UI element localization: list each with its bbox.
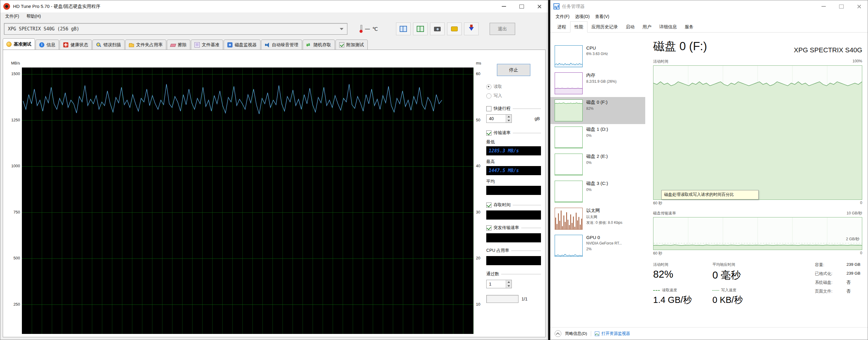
tab-services[interactable]: 服务: [681, 22, 698, 32]
tab-folder-usage[interactable]: 文件夹占用率: [125, 39, 166, 50]
maximize-button[interactable]: [832, 0, 850, 12]
sidebar-item-disk2[interactable]: 磁盘 2 (E:) 0%: [550, 151, 645, 178]
divider: [521, 228, 541, 228]
spinner-arrows[interactable]: [506, 115, 512, 122]
capacity-value: 239 GB: [846, 262, 860, 267]
spin-up-icon[interactable]: [506, 280, 512, 284]
access-time-checkbox[interactable]: 存取时间: [486, 202, 541, 208]
sidebar-item-title: 内存: [586, 73, 616, 78]
avg-label: 平均: [486, 179, 541, 184]
tab-label: 自动噪音管理: [272, 42, 299, 48]
disk1-sparkline: [555, 126, 583, 148]
chart-svg: [653, 66, 862, 199]
exit-button[interactable]: 退出: [490, 23, 515, 35]
sidebar-item-disk3[interactable]: 磁盘 3 (C:) 0%: [550, 178, 645, 205]
copy-text-button[interactable]: [396, 23, 411, 35]
cpu-usage-display: [486, 256, 541, 265]
minimize-button[interactable]: [495, 0, 513, 12]
camera-icon: [434, 27, 441, 31]
menu-help[interactable]: 帮助(H): [23, 13, 44, 20]
drive-select-combobox[interactable]: XPG SPECTRIX S40G (256 gB): [4, 23, 347, 35]
tab-label: 附加测试: [346, 42, 364, 48]
x-axis-right: 0: [860, 251, 862, 256]
hdtune-toolbar: XPG SPECTRIX S40G (256 gB) — ℃ 退出: [0, 20, 548, 37]
screenshot-button[interactable]: [430, 23, 445, 35]
tab-startup[interactable]: 启动: [622, 22, 639, 32]
tab-label: 随机存取: [314, 42, 331, 48]
capacity-label: 容量:: [815, 262, 846, 267]
read-radio[interactable]: 读取: [486, 84, 541, 89]
gb-unit-label: gB: [535, 116, 541, 121]
resource-monitor-icon: [595, 332, 599, 336]
tab-performance[interactable]: 性能: [570, 21, 587, 32]
tab-error-scan[interactable]: 错误扫描: [92, 39, 125, 50]
tab-extra-tests[interactable]: 附加测试: [336, 39, 368, 50]
disk3-sparkline: [555, 181, 583, 202]
menu-file[interactable]: 文件(F): [553, 13, 572, 21]
cpu-sparkline: [555, 45, 583, 67]
sidebar-item-ethernet[interactable]: 以太网 以太网 发送: 0 接收: 8.0 Kbps: [550, 205, 645, 232]
short-stroke-spinner[interactable]: 40: [486, 114, 512, 123]
thermometer-icon: [360, 25, 363, 33]
tab-random-access[interactable]: 随机存取: [303, 39, 335, 50]
pass-count-spinner[interactable]: 1: [486, 280, 512, 288]
transfer-rate-checkbox[interactable]: 传输速率: [486, 130, 541, 136]
tab-label: 信息: [46, 42, 55, 48]
divider: [513, 109, 541, 109]
burst-rate-checkbox[interactable]: 突发传输速率: [486, 225, 541, 230]
tab-aam[interactable]: 自动噪音管理: [261, 39, 302, 50]
tab-app-history[interactable]: 应用历史记录: [587, 22, 622, 32]
sparkline-svg: [555, 154, 582, 175]
sidebar-item-cpu[interactable]: CPU 6% 3.63 GHz: [550, 43, 645, 70]
close-button[interactable]: [530, 0, 548, 12]
tab-health[interactable]: 健康状态: [60, 39, 92, 50]
disk-activity-chart[interactable]: 磁盘处理读取或写入请求的时间百分比: [653, 65, 862, 200]
save-results-button[interactable]: [464, 23, 479, 35]
tab-users[interactable]: 用户: [639, 22, 655, 32]
tab-details[interactable]: 详细信息: [655, 22, 681, 32]
write-radio[interactable]: 写入: [486, 93, 541, 98]
task-manager-window: 任务管理器 文件(F) 选项(O) 查看(V) 进程 性能 应用历史记录 启动 …: [550, 0, 868, 340]
extra-tests-icon: [339, 42, 344, 48]
spinner-arrows[interactable]: [506, 280, 512, 288]
tab-benchmark[interactable]: 基准测试: [3, 38, 35, 50]
random-access-icon: [306, 42, 312, 48]
hdtune-window-title: HD Tune Pro 5.70 - 硬盘/固态硬盘实用程序: [13, 4, 101, 9]
sidebar-item-memory[interactable]: 内存 8.2/31.9 GB (26%): [550, 70, 645, 97]
sidebar-item-disk1[interactable]: 磁盘 1 (D:) 0%: [550, 124, 645, 151]
sidebar-item-disk0[interactable]: 磁盘 0 (F:) 82%: [550, 97, 645, 124]
response-time-value: 0 毫秒: [712, 268, 772, 282]
fewer-details-button[interactable]: 简略信息(D): [565, 331, 587, 336]
sidebar-item-detail: 82%: [586, 106, 608, 111]
disk-transfer-chart[interactable]: 2 GB/秒: [653, 217, 862, 250]
menu-options[interactable]: 选项(O): [572, 13, 592, 21]
menu-file[interactable]: 文件(F): [2, 13, 23, 20]
tab-disk-monitor[interactable]: 磁盘监视器: [224, 39, 260, 50]
stop-button[interactable]: 停止: [497, 64, 530, 76]
short-stroke-checkbox[interactable]: 快捷行程: [486, 106, 541, 111]
open-resource-monitor-link[interactable]: 打开资源监视器: [595, 331, 630, 336]
maximize-button[interactable]: [513, 0, 530, 12]
taskmgr-menubar: 文件(F) 选项(O) 查看(V): [550, 12, 868, 21]
info-icon: [39, 42, 44, 48]
pass-count-row: 通过数: [486, 271, 541, 277]
tab-erase[interactable]: 擦除: [167, 39, 190, 50]
cpu-usage-row: CPU 占用率: [486, 248, 541, 253]
checkbox-checked-icon: [486, 225, 491, 230]
active-time-value: 82%: [653, 268, 712, 280]
spin-down-icon[interactable]: [506, 119, 512, 122]
minimize-button[interactable]: [815, 0, 832, 12]
sidebar-item-detail: 0%: [586, 160, 608, 165]
copy-image-button[interactable]: [413, 23, 428, 35]
tab-file-benchmark[interactable]: 文件基准: [191, 39, 223, 50]
tab-info[interactable]: 信息: [36, 39, 59, 50]
spin-down-icon[interactable]: [506, 284, 512, 288]
disk-info-table: 容量:239 GB 已格式化:239 GB 系统磁盘:否 页面文件:否: [815, 262, 860, 306]
spin-up-icon[interactable]: [506, 115, 512, 119]
menu-view[interactable]: 查看(V): [592, 13, 612, 21]
tab-label: 文件夹占用率: [136, 42, 163, 48]
close-button[interactable]: [850, 0, 868, 12]
tab-processes[interactable]: 进程: [553, 22, 570, 32]
options-button[interactable]: [447, 23, 462, 35]
sidebar-item-gpu[interactable]: GPU 0 NVIDIA GeForce RT... 2%: [550, 232, 645, 259]
